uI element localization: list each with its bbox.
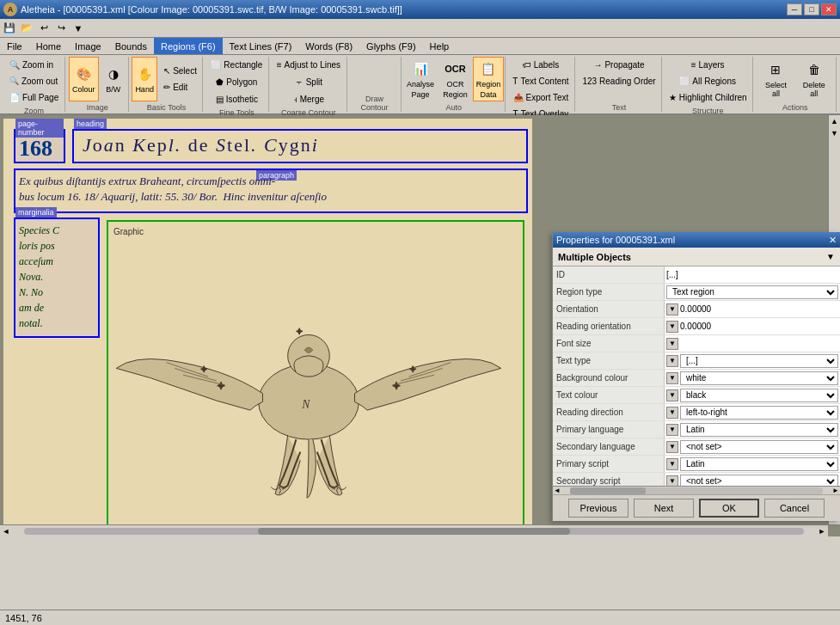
background-colour-select[interactable]: white black	[680, 371, 838, 385]
prop-row-region-type: Region type Text region Image region Gra…	[553, 284, 840, 301]
menu-image[interactable]: Image	[68, 38, 108, 54]
scroll-right-arrow[interactable]: ►	[816, 525, 828, 537]
select-button[interactable]: ↖ Select	[159, 64, 201, 79]
graphic-region[interactable]: Graphic	[107, 220, 524, 536]
text-type-dropdown-btn[interactable]: ▼	[666, 355, 678, 367]
properties-horizontal-scrollbar[interactable]: ◄ ►	[553, 486, 840, 494]
ok-button[interactable]: OK	[699, 499, 759, 518]
primary-script-dropdown-btn[interactable]: ▼	[666, 458, 678, 470]
delete-all-button[interactable]: 🗑 Delete all	[795, 57, 832, 101]
prop-hscroll-right[interactable]: ►	[831, 487, 840, 495]
secondary-language-select[interactable]: <not set> Latin	[680, 440, 838, 454]
highlight-children-button[interactable]: ★ Highlight Children	[665, 89, 751, 105]
save-button[interactable]: 💾	[2, 21, 17, 36]
region-type-select[interactable]: Text region Image region Graphic region	[666, 285, 838, 299]
reading-orientation-dropdown-btn[interactable]: ▼	[666, 321, 678, 333]
secondary-language-dropdown-btn[interactable]: ▼	[666, 441, 678, 453]
isothetic-button[interactable]: ▤ Isothetic	[212, 91, 262, 107]
redo-button[interactable]: ↪	[53, 21, 69, 36]
export-text-button[interactable]: 📤 Export Text	[509, 89, 573, 105]
layers-button[interactable]: ≡ Layers	[687, 57, 729, 72]
cancel-button[interactable]: Cancel	[764, 499, 825, 518]
text-type-select[interactable]: [...]	[680, 354, 838, 368]
font-size-dropdown-btn[interactable]: ▼	[666, 338, 678, 350]
prop-label-orientation: Orientation	[553, 301, 665, 317]
next-button[interactable]: Next	[634, 499, 694, 518]
properties-close-button[interactable]: ✕	[829, 235, 837, 246]
menu-bounds[interactable]: Bounds	[108, 38, 154, 54]
edit-icon: ✏	[163, 83, 170, 92]
labels-button[interactable]: 🏷 Labels	[518, 57, 563, 72]
open-button[interactable]: 📂	[19, 21, 34, 36]
heading-text: Joan Kepl. de Stel. Cygni	[83, 134, 319, 156]
prop-row-secondary-language: Secondary language ▼ <not set> Latin	[553, 438, 840, 456]
text-content-button[interactable]: T Text Content	[508, 73, 573, 89]
colour-button[interactable]: 🎨 Colour	[69, 57, 99, 101]
adjust-lines-button[interactable]: ≡ Adjust to Lines	[273, 57, 345, 72]
marginalia-region[interactable]: marginalia Species Cloris posacceſumNova…	[14, 218, 100, 338]
primary-language-dropdown-btn[interactable]: ▼	[666, 424, 678, 436]
merge-button[interactable]: ⫞ Merge	[289, 91, 328, 107]
page-number-region[interactable]: page-number 168	[14, 129, 65, 163]
bw-button[interactable]: ◑ B/W	[101, 57, 126, 101]
polygon-icon-1: ⬟	[216, 77, 224, 87]
basic-tools-group: ✋ Hand ↖ Select ✏ Edit Basic Tools	[131, 57, 204, 112]
menu-words[interactable]: Words (F8)	[298, 38, 359, 54]
previous-button[interactable]: Previous	[568, 499, 628, 518]
reading-order-button[interactable]: 123 Reading Order	[578, 73, 659, 89]
heading-region[interactable]: heading Joan Kepl. de Stel. Cygni	[72, 129, 528, 163]
menu-home[interactable]: Home	[29, 38, 68, 54]
text-colour-select[interactable]: black white	[680, 389, 838, 402]
paragraph-region[interactable]: paragraph Ex quibus diſtantijs extrux Br…	[14, 169, 528, 213]
scroll-thumb[interactable]	[258, 528, 570, 535]
primary-script-select[interactable]: Latin	[680, 457, 838, 471]
orientation-dropdown-btn[interactable]: ▼	[666, 303, 678, 316]
reading-direction-select[interactable]: left-to-right right-to-left	[680, 406, 838, 420]
scroll-down-arrow[interactable]: ▼	[829, 127, 840, 139]
text-colour-dropdown-btn[interactable]: ▼	[666, 389, 678, 401]
propagate-button[interactable]: → Propagate	[589, 57, 648, 72]
secondary-script-select[interactable]: <not set>	[680, 475, 838, 487]
properties-footer: Previous Next OK Cancel	[553, 494, 840, 521]
reading-direction-dropdown-btn[interactable]: ▼	[666, 407, 678, 419]
menu-file[interactable]: File	[0, 38, 29, 54]
primary-language-select[interactable]: Latin English	[680, 423, 838, 437]
canvas-horizontal-scrollbar[interactable]: ◄ ►	[0, 524, 828, 536]
minimize-button[interactable]: ─	[787, 3, 802, 15]
prop-label-secondary-language: Secondary language	[553, 438, 665, 455]
region-data-button[interactable]: 📋 Region Data	[473, 57, 505, 101]
undo-button[interactable]: ↩	[36, 21, 52, 36]
window-controls[interactable]: ─ □ ✕	[787, 3, 837, 15]
edit-button[interactable]: ✏ Edit	[159, 80, 201, 95]
hand-button[interactable]: ✋ Hand	[132, 57, 157, 101]
text-content-icon: T	[512, 77, 518, 86]
prop-hscroll-track	[570, 487, 823, 494]
full-page-button[interactable]: 📄 Full Page	[5, 89, 63, 105]
menu-textlines[interactable]: Text Lines (F7)	[223, 38, 299, 54]
rectangle-button-1[interactable]: ⬜ Rectangle	[206, 57, 267, 72]
split-button[interactable]: ⫟ Split	[291, 74, 327, 89]
all-regions-button[interactable]: ⬜ All Regions	[675, 73, 740, 89]
analyse-page-button[interactable]: 📊 Analyse Page	[403, 57, 438, 101]
scroll-left-arrow[interactable]: ◄	[0, 525, 12, 537]
zoom-out-button[interactable]: 🔍 Zoom out	[5, 73, 63, 89]
close-button[interactable]: ✕	[821, 3, 837, 15]
ocr-region-button[interactable]: OCR OCR Region	[439, 57, 471, 101]
properties-body[interactable]: ID [...] Region type Text region Image r…	[553, 267, 840, 486]
quickaccess-dropdown[interactable]: ▼	[71, 21, 86, 36]
reading-orientation-text: 0.00000	[680, 322, 711, 331]
maximize-button[interactable]: □	[804, 3, 819, 15]
bg-colour-dropdown-btn[interactable]: ▼	[666, 372, 678, 384]
quick-access-toolbar: 💾 📂 ↩ ↪ ▼	[0, 19, 840, 38]
scroll-up-arrow[interactable]: ▲	[829, 115, 840, 127]
menu-regions[interactable]: Regions (F6)	[154, 38, 223, 54]
menu-help[interactable]: Help	[423, 38, 457, 54]
secondary-script-dropdown-btn[interactable]: ▼	[666, 475, 678, 487]
polygon-button-1[interactable]: ⬟ Polygon	[212, 74, 261, 89]
menu-glyphs[interactable]: Glyphs (F9)	[359, 38, 422, 54]
select-all-button[interactable]: ⊞ Select all	[758, 57, 794, 101]
prop-hscroll-thumb[interactable]	[570, 487, 646, 494]
zoom-in-button[interactable]: 🔍 Zoom in	[5, 57, 63, 72]
prop-hscroll-left[interactable]: ◄	[553, 487, 561, 495]
properties-header-arrow[interactable]: ▼	[826, 252, 835, 261]
